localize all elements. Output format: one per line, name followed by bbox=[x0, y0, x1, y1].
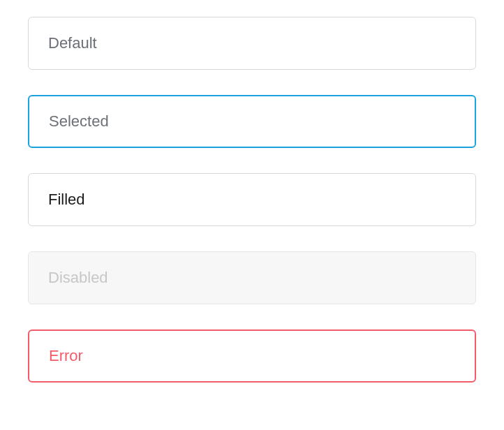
selected-input[interactable] bbox=[28, 95, 476, 148]
input-states-showcase bbox=[28, 17, 476, 383]
error-input[interactable] bbox=[28, 329, 476, 383]
disabled-input bbox=[28, 251, 476, 304]
default-input[interactable] bbox=[28, 17, 476, 70]
filled-input[interactable] bbox=[28, 173, 476, 226]
